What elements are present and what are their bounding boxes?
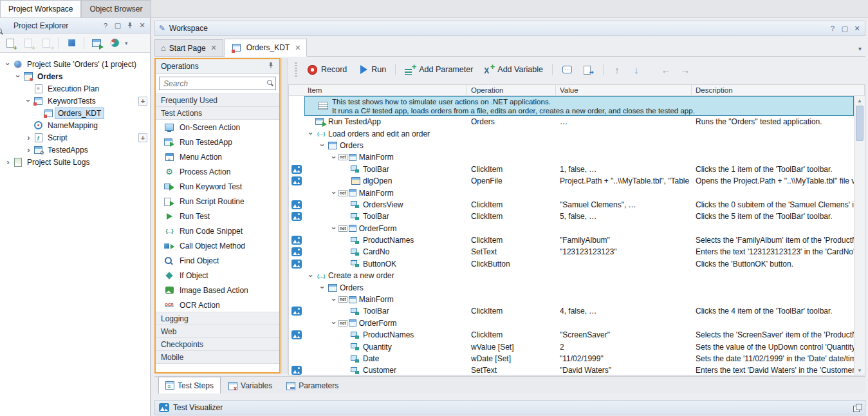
tab-parameters[interactable]: Parameters (280, 378, 345, 393)
test-step-row-productnames[interactable]: ProductNamesClickItem"ScreenSaver"Select… (289, 329, 854, 341)
test-step-row-toolbar[interactable]: ToolBarClickItem5, false, …Clicks the 5 … (289, 211, 854, 222)
tab-orders-kdt[interactable]: Orders_KDT ✕ (225, 39, 308, 57)
operations-category-mobile[interactable]: Mobile (156, 350, 279, 364)
tree-item-orders-kdt[interactable]: Orders_KDT (0, 107, 150, 119)
test-step-row-orders[interactable]: Orders (289, 140, 854, 151)
column-header-value[interactable]: Value (556, 85, 692, 95)
scrollbar-thumb[interactable] (856, 106, 863, 141)
test-step-row-date[interactable]: DatewDate [Set]"11/02/1999"Sets the date… (289, 353, 854, 364)
visualizer-thumbnail-icon[interactable] (291, 212, 302, 221)
run-project-button[interactable] (107, 36, 122, 50)
tree-item-testedapps[interactable]: TestedApps (0, 144, 150, 156)
scroll-down-icon[interactable]: ▼ (854, 366, 865, 375)
operation-item-find-object[interactable]: Find Object (156, 253, 279, 268)
visualizer-thumbnail-icon[interactable] (291, 330, 302, 339)
operation-item-run-testedapp[interactable]: Run TestedApp (156, 135, 279, 149)
tree-item-project-suite-logs[interactable]: Project Suite Logs (0, 156, 150, 168)
test-step-row-ordersview[interactable]: OrdersViewClickItem"Samuel Clemens", …Cl… (289, 199, 854, 211)
test-step-row-buttonok[interactable]: ButtonOKClickButtonClicks the 'ButtonOK'… (289, 258, 854, 270)
comment-button[interactable] (559, 62, 576, 77)
close-tab-icon[interactable]: ✕ (211, 44, 217, 52)
test-step-row-toolbar[interactable]: ToolBarClickItem4, false, …Clicks the 4 … (289, 305, 854, 317)
operations-category-test-actions[interactable]: Test Actions (156, 106, 279, 120)
run-selected-button[interactable] (89, 36, 104, 50)
scroll-up-icon[interactable]: ▲ (854, 96, 865, 105)
tree-item-script[interactable]: Script+ (0, 131, 150, 144)
test-step-row-mainform[interactable]: MainForm (289, 187, 854, 198)
panel-splitter[interactable] (281, 58, 288, 373)
operation-item-image-based-action[interactable]: Image Based Action (156, 283, 279, 298)
comment-row[interactable]: This test shows how to simulate user act… (289, 96, 854, 116)
test-step-row-cardno[interactable]: CardNoSetText"123123123123"Enters the te… (289, 246, 854, 258)
close-icon[interactable]: ✕ (138, 22, 146, 30)
tab-list-dropdown-icon[interactable]: ▾ (858, 45, 865, 56)
test-step-row-orderform[interactable]: OrderForm (289, 223, 854, 234)
help-icon[interactable]: ? (102, 22, 109, 30)
run-options-dropdown-icon[interactable]: ▾ (125, 40, 128, 46)
row-caret-icon[interactable] (330, 187, 338, 198)
row-caret-icon[interactable] (307, 128, 315, 139)
operations-category-checkpoints[interactable]: Checkpoints (156, 337, 279, 351)
column-header-item[interactable]: Item (289, 85, 467, 95)
tree-item-orders[interactable]: Orders (0, 70, 150, 82)
operation-item-run-script-routine[interactable]: Run Script Routine (156, 194, 279, 209)
row-caret-icon[interactable] (330, 294, 338, 305)
add-existing-item-button[interactable] (21, 36, 36, 50)
operation-item-ocr-action[interactable]: OCR Action (156, 298, 279, 312)
pin-icon[interactable] (126, 22, 134, 30)
operations-category-web[interactable]: Web (156, 325, 279, 338)
visualizer-thumbnail-icon[interactable] (291, 260, 302, 269)
outdent-button[interactable]: ← (658, 62, 674, 77)
visualizer-thumbnail-icon[interactable] (291, 176, 302, 185)
operation-item-on-screen-action[interactable]: On-Screen Action (156, 120, 279, 135)
record-button[interactable]: Record (304, 62, 350, 77)
operation-item-process-action[interactable]: Process Action (156, 164, 279, 179)
add-button[interactable]: + (138, 133, 147, 142)
test-step-row-orders[interactable]: Orders (289, 281, 854, 293)
tree-caret-icon[interactable] (24, 144, 33, 156)
tree-item-keywordtests[interactable]: KeywordTests+ (0, 95, 150, 107)
maximize-icon[interactable]: ▢ (114, 22, 122, 30)
column-header-description[interactable]: Description (692, 85, 865, 95)
row-caret-icon[interactable] (330, 317, 338, 329)
test-step-row-run-testedapp[interactable]: Run TestedAppOrders…Runs the "Orders" te… (289, 116, 854, 128)
tree-item-execution-plan[interactable]: Execution Plan (0, 82, 150, 95)
move-up-button[interactable]: ↑ (609, 62, 625, 77)
add-variable-button[interactable]: Add Variable (480, 62, 546, 77)
visualizer-thumbnail-icon[interactable] (291, 307, 302, 316)
visualizer-thumbnail-icon[interactable] (291, 366, 302, 375)
run-button[interactable]: Run (354, 62, 389, 77)
visualizer-thumbnail-icon[interactable] (291, 247, 302, 256)
column-header-operation[interactable]: Operation (467, 85, 556, 95)
search-input[interactable] (159, 77, 276, 90)
pin-icon[interactable] (268, 62, 274, 71)
tab-test-steps[interactable]: Test Steps (158, 377, 221, 393)
operation-item-run-code-snippet[interactable]: Run Code Snippet (156, 223, 279, 238)
test-step-row-toolbar[interactable]: ToolBarClickItem1, false, …Clicks the 1 … (289, 164, 854, 175)
row-caret-icon[interactable] (307, 270, 315, 281)
add-parameter-button[interactable]: Add Parameter (402, 62, 476, 77)
add-button[interactable]: + (138, 97, 147, 106)
operations-category-frequently-used[interactable]: Frequently Used (156, 94, 279, 107)
operation-item-run-test[interactable]: Run Test (156, 209, 279, 223)
tree-caret-icon[interactable] (4, 58, 12, 70)
tree-caret-icon[interactable] (4, 156, 12, 168)
test-step-row-dlgopen[interactable]: dlgOpenOpenFileProject.Path + "..\\MyTab… (289, 175, 854, 187)
tree-caret-icon[interactable] (14, 70, 23, 82)
tab-object-browser[interactable]: Object Browser (81, 0, 151, 17)
maximize-icon[interactable]: ▢ (841, 24, 849, 32)
test-step-row-productnames[interactable]: ProductNamesClickItem"FamilyAlbum"Select… (289, 234, 854, 246)
new-item-button[interactable] (3, 36, 18, 50)
close-tab-icon[interactable]: ✕ (295, 44, 300, 52)
test-step-row-quantity[interactable]: QuantitywValue [Set]2Sets the value of t… (289, 341, 854, 352)
toolbar-grip[interactable] (295, 62, 297, 77)
row-caret-icon[interactable] (319, 140, 327, 151)
visualizer-thumbnail-icon[interactable] (291, 165, 302, 174)
visualizer-thumbnail-icon[interactable] (291, 200, 302, 209)
help-icon[interactable]: ? (829, 24, 836, 32)
test-step-row-mainform[interactable]: MainForm (289, 294, 854, 305)
organize-tests-button[interactable] (64, 36, 79, 50)
row-caret-icon[interactable] (330, 151, 338, 163)
description-button[interactable] (580, 62, 597, 77)
test-step-row-orderform[interactable]: OrderForm (289, 317, 854, 329)
